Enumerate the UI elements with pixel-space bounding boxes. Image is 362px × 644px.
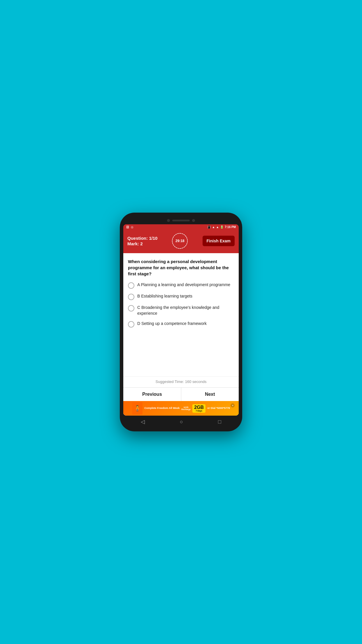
option-a-text: A Planning a learning and development pr… (137, 282, 230, 288)
recents-button-icon[interactable]: □ (218, 419, 221, 425)
option-a-row[interactable]: A Planning a learning and development pr… (128, 282, 234, 289)
exam-info: Question: 1/10 Mark: 2 (127, 236, 157, 246)
ad-recharge-info: b129 Recharge (181, 406, 191, 410)
option-b-row[interactable]: B Establishing learning targets (128, 293, 234, 300)
navigation-bar: Previous Next (123, 387, 239, 401)
next-button[interactable]: Next (181, 388, 239, 401)
status-left-icons: 🖼 ◎ (126, 225, 133, 229)
phone-device: 🖼 ◎ 📳 ▲ ▲ 🔋 7:16 PM Question: 1/10 Mark:… (120, 213, 242, 431)
photo-icon: 🖼 (126, 225, 129, 229)
advertisement-banner[interactable]: 🧍 Complete Freedom All Week b129 Recharg… (123, 401, 239, 416)
ad-headline-text: Complete Freedom All Week (144, 407, 180, 410)
wifi-icon: ▲ (212, 225, 215, 229)
option-b-radio[interactable] (128, 294, 134, 300)
mark-value: Mark: 2 (127, 241, 157, 246)
phone-top-bar (123, 218, 239, 224)
target-icon: ◎ (131, 225, 133, 229)
question-counter: Question: 1/10 (127, 236, 157, 241)
option-c-text: C Broadening the employee's knowledge an… (137, 305, 234, 316)
option-d-radio[interactable] (128, 321, 134, 328)
status-right-area: 📳 ▲ ▲ 🔋 7:16 PM (207, 225, 236, 229)
finish-exam-button[interactable]: Finish Exam (203, 236, 235, 246)
home-button-icon[interactable]: ○ (180, 419, 183, 425)
status-time: 7:16 PM (225, 225, 236, 229)
ad-2gb-block: 2GB 7 Days (192, 404, 205, 413)
question-text: When considering a personal development … (128, 258, 234, 277)
sensor (192, 219, 195, 222)
ad-close-button[interactable]: ✕ (231, 403, 235, 407)
vibrate-icon: 📳 (207, 225, 211, 229)
front-camera (167, 219, 170, 222)
ad-figure-icon: 🧍 (132, 402, 143, 414)
question-card: When considering a personal development … (123, 253, 239, 376)
option-d-row[interactable]: D Setting up a competence framework (128, 321, 234, 328)
option-a-radio[interactable] (128, 282, 134, 289)
phone-screen: 🖼 ◎ 📳 ▲ ▲ 🔋 7:16 PM Question: 1/10 Mark:… (123, 224, 239, 416)
phone-bottom-nav: ◁ ○ □ (123, 416, 239, 426)
timer-value: 29:18 (175, 239, 184, 243)
option-c-radio[interactable] (128, 305, 134, 312)
option-b-text: B Establishing learning targets (137, 293, 192, 299)
signal-icon: ▲ (216, 225, 219, 229)
suggested-time: Suggested Time: 160 seconds (123, 376, 239, 387)
content-area: When considering a personal development … (123, 253, 239, 416)
exam-timer: 29:18 (171, 232, 189, 250)
back-button-icon[interactable]: ◁ (141, 419, 145, 425)
status-bar: 🖼 ◎ 📳 ▲ ▲ 🔋 7:16 PM (123, 224, 239, 230)
option-c-row[interactable]: C Broadening the employee's knowledge an… (128, 305, 234, 316)
ad-price-label: b129 (184, 406, 188, 408)
previous-button[interactable]: Previous (123, 388, 181, 401)
exam-header: Question: 1/10 Mark: 2 29:18 Finish Exam (123, 230, 239, 253)
battery-icon: 🔋 (220, 225, 224, 229)
option-d-text: D Setting up a competence framework (137, 321, 207, 327)
ad-content: 🧍 Complete Freedom All Week b129 Recharg… (126, 402, 236, 414)
ad-duration-text: 7 Days (196, 410, 202, 412)
speaker-grille (172, 220, 190, 221)
ad-dial-text: or Dial *5000*5778 (207, 407, 230, 410)
ad-size-text: 2GB (194, 405, 204, 410)
ad-recharge-label: Recharge (181, 408, 191, 410)
